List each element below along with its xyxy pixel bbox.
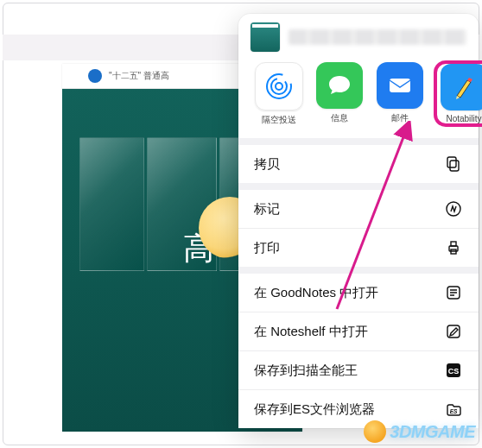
document-title-placeholder: [289, 29, 466, 45]
svg-text:CS: CS: [448, 367, 460, 375]
action-label: 拷贝: [254, 156, 280, 173]
action-copy[interactable]: 拷贝: [238, 145, 479, 183]
print-icon: [444, 238, 463, 257]
copy-icon: [444, 155, 463, 174]
svg-point-0: [276, 83, 282, 90]
notability-icon: [441, 64, 482, 110]
book-banner-text: "十二五" 普通高: [109, 70, 169, 82]
share-app-label: 信息: [331, 112, 348, 124]
svg-rect-4: [450, 161, 459, 171]
camscan-icon: CS: [444, 361, 463, 380]
share-app-mail[interactable]: 邮件: [375, 62, 425, 124]
share-app-label: Notability: [446, 114, 481, 123]
share-app-notability[interactable]: Notability: [435, 62, 482, 125]
airdrop-icon: [255, 62, 303, 110]
action-open-noteshelf[interactable]: 在 Noteshelf 中打开: [238, 312, 479, 350]
action-print[interactable]: 打印: [238, 228, 479, 267]
watermark-mascot-icon: [364, 420, 386, 443]
share-app-row: 隔空投送 信息 邮件 Notability: [238, 62, 479, 138]
svg-rect-11: [447, 325, 460, 338]
action-label: 在 GoodNotes 中打开: [254, 285, 378, 301]
goodnotes-icon: [444, 283, 463, 302]
action-markup[interactable]: 标记: [238, 183, 479, 228]
share-app-label: 邮件: [391, 112, 409, 124]
markup-icon: [444, 199, 463, 218]
approval-badge-icon: [88, 69, 102, 83]
action-label: 保存到扫描全能王: [254, 363, 358, 379]
watermark: 3DMGAME: [364, 420, 475, 443]
action-label: 标记: [254, 201, 280, 218]
action-open-goodnotes[interactable]: 在 GoodNotes 中打开: [238, 267, 479, 312]
action-save-camscanner[interactable]: 保存到扫描全能王 CS: [238, 350, 479, 389]
svg-rect-3: [390, 79, 410, 92]
messages-icon: [316, 62, 363, 109]
noteshelf-icon: [444, 322, 463, 341]
share-header: [238, 14, 479, 62]
mail-icon: [377, 62, 423, 109]
svg-rect-8: [451, 242, 456, 246]
share-sheet: 隔空投送 信息 邮件 Notability: [238, 14, 479, 428]
share-app-airdrop[interactable]: 隔空投送: [254, 62, 304, 126]
svg-text:ES: ES: [450, 408, 458, 414]
action-label: 打印: [254, 240, 280, 256]
share-actions-list: 拷贝 标记 打印 在 GoodNotes 中打开 在 Noteshelf 中打开: [238, 138, 479, 428]
svg-rect-5: [447, 157, 456, 167]
svg-point-1: [271, 79, 287, 94]
share-app-messages[interactable]: 信息: [314, 62, 365, 124]
action-label: 在 Noteshelf 中打开: [254, 324, 368, 340]
document-thumbnail-icon: [251, 22, 280, 52]
share-app-label: 隔空投送: [262, 114, 296, 126]
esfile-action-icon: ES: [444, 400, 463, 419]
watermark-text: 3DMGAME: [390, 422, 475, 442]
action-label: 保存到ES文件浏览器: [254, 401, 375, 418]
